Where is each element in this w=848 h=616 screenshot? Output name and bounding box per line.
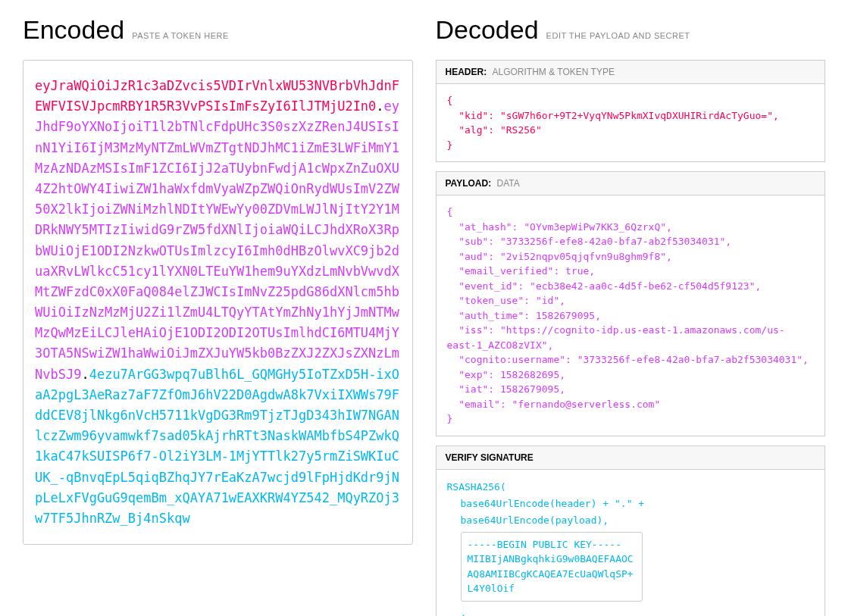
payload-section-label: PAYLOAD: xyxy=(446,178,492,189)
encoded-token-area[interactable]: eyJraWQiOiJzR1c3aDZvcis5VDIrVnlxWU53NVBr… xyxy=(23,61,412,544)
header-section-sublabel: ALGORITHM & TOKEN TYPE xyxy=(493,67,615,77)
header-section-bar: HEADER: ALGORITHM & TOKEN TYPE xyxy=(436,60,826,83)
header-section-label: HEADER: xyxy=(446,67,487,77)
header-json-body[interactable]: { "kid": "sGW7h6or+9T2+VyqYNw5PkmXIvqDXU… xyxy=(436,83,826,162)
signature-body: RSASHA256( base64UrlEncode(header) + "."… xyxy=(436,469,826,617)
encoded-hint: PASTE A TOKEN HERE xyxy=(132,31,229,40)
payload-json: { "at_hash": "OYvm3epWiPw7KK3_6QzrxQ", "… xyxy=(447,205,815,427)
decoded-heading: Decoded EDIT THE PAYLOAD AND SECRET xyxy=(436,15,826,45)
token-dot-2: . xyxy=(81,367,89,382)
payload-json-body[interactable]: { "at_hash": "OYvm3epWiPw7KK3_6QzrxQ", "… xyxy=(436,195,826,436)
token-signature-segment: 4ezu7ArGG3wpq7uBlh6L_GQMGHy5IoTZxD5H-ixO… xyxy=(35,367,399,526)
signature-section-bar: VERIFY SIGNATURE xyxy=(436,446,826,469)
sig-line1: base64UrlEncode(header) + "." + xyxy=(461,496,815,512)
decoded-hint: EDIT THE PAYLOAD AND SECRET xyxy=(546,31,690,40)
sig-fn: RSASHA256( xyxy=(447,479,815,496)
signature-section-label: VERIFY SIGNATURE xyxy=(446,452,534,463)
sig-comma: , xyxy=(461,607,467,616)
encoded-title: Encoded xyxy=(23,15,124,45)
decoded-title: Decoded xyxy=(436,15,539,45)
token-payload-segment: eyJhdF9oYXNoIjoiT1l2bTNlcFdpUHc3S0szXzZR… xyxy=(35,98,399,381)
encoded-heading: Encoded PASTE A TOKEN HERE xyxy=(23,15,413,45)
sig-line2: base64UrlEncode(payload), xyxy=(461,512,815,529)
encoded-panel: eyJraWQiOiJzR1c3aDZvcis5VDIrVnlxWU53NVBr… xyxy=(23,60,413,545)
header-json: { "kid": "sGW7h6or+9T2+VyqYNw5PkmXIvqDXU… xyxy=(447,93,815,152)
token-dot-1: . xyxy=(376,98,383,114)
payload-section-bar: PAYLOAD: DATA xyxy=(436,171,826,195)
public-key-input[interactable] xyxy=(461,532,643,602)
payload-section-sublabel: DATA xyxy=(497,178,520,189)
token-header-segment: eyJraWQiOiJzR1c3aDZvcis5VDIrVnlxWU53NVBr… xyxy=(35,78,399,114)
decoded-column: Decoded EDIT THE PAYLOAD AND SECRET HEAD… xyxy=(436,15,826,616)
encoded-column: Encoded PASTE A TOKEN HERE eyJraWQiOiJzR… xyxy=(23,15,413,616)
